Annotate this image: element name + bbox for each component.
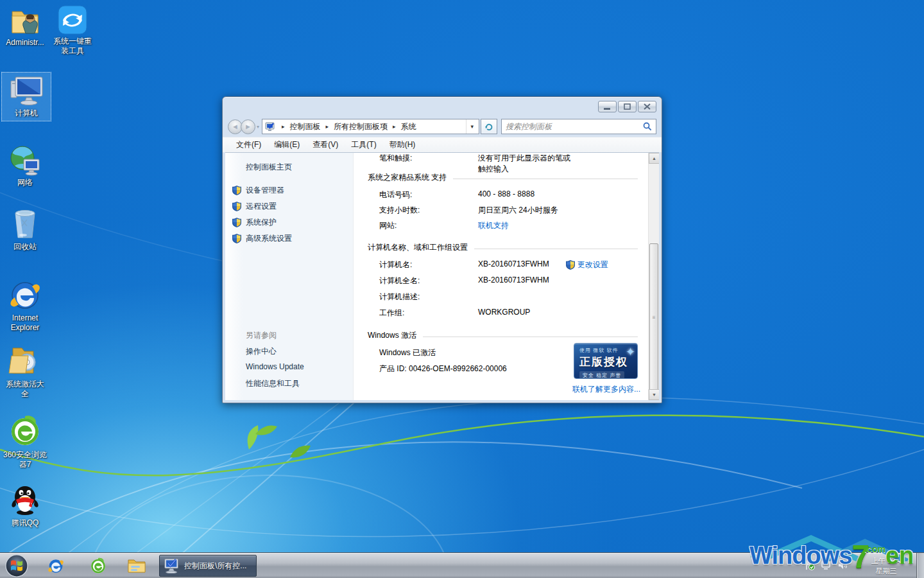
recent-pages-dropdown[interactable]: ▾ [257, 124, 259, 130]
minimize-icon [604, 104, 611, 110]
badge-line3: 安全 稳定 声誉 [579, 371, 624, 379]
sidebar-task-label: 远程设置 [246, 201, 277, 212]
clock-time: 上午 10:4 [859, 556, 914, 566]
search-placeholder: 搜索控制面板 [506, 121, 643, 132]
search-box[interactable]: 搜索控制面板 [501, 119, 656, 134]
sidebar-item-system-protection[interactable]: 系统保护 [232, 217, 277, 228]
start-button[interactable] [5, 554, 28, 577]
sidebar-item-control-panel-home[interactable]: 控制面板主页 [246, 162, 292, 173]
row-label: 电话号码: [379, 189, 478, 200]
maximize-button[interactable] [618, 101, 637, 112]
action-center-flag-icon[interactable] [805, 560, 815, 570]
scrollbar-thumb[interactable]: ≡ [649, 243, 658, 391]
row-label: 笔和触摸: [379, 153, 478, 175]
desktop-icon-administrator[interactable]: Administr... [0, 5, 50, 48]
desktop-icon-internet-explorer[interactable]: InternetExplorer [0, 278, 50, 333]
search-icon[interactable] [643, 122, 652, 131]
change-settings[interactable]: 更改设置 [566, 259, 608, 270]
show-desktop-button[interactable] [916, 553, 924, 578]
computer-icon [7, 76, 46, 107]
address-bar[interactable]: ▸ 控制面板 ▸ 所有控制面板项 ▸ 系统 ▾ [262, 119, 479, 134]
row-value: 周日至周六 24小时服务 [478, 205, 558, 216]
network-icon [8, 144, 42, 176]
system-page-icon [265, 122, 275, 132]
desktop-icon-reinstall-tool[interactable]: 系统一键重装工具 [47, 5, 98, 56]
sidebar-item-remote-settings[interactable]: 远程设置 [232, 201, 277, 212]
uac-shield-icon [232, 202, 241, 211]
menu-help[interactable]: 帮助(H) [384, 137, 422, 152]
menu-view[interactable]: 查看(V) [307, 137, 344, 152]
windows-start-orb-icon [5, 554, 28, 577]
change-settings-link[interactable]: 更改设置 [578, 259, 608, 270]
sidebar-item-performance-tools[interactable]: 性能信息和工具 [246, 378, 300, 389]
sidebar-task-label: 设备管理器 [246, 185, 284, 196]
close-icon [644, 103, 651, 110]
system-content: 笔和触摸: 没有可用于此显示器的笔或触控输入 系统之家精品系统 支持 电话号码:… [354, 153, 648, 400]
taskbar-360-browser-icon[interactable] [89, 556, 108, 575]
sidebar-item-action-center[interactable]: 操作中心 [246, 346, 277, 357]
network-tray-icon[interactable] [821, 561, 832, 570]
desktop-icon-network[interactable]: 网络 [0, 144, 50, 188]
full-computer-name-row: 计算机全名: XB-20160713FWHM [379, 276, 571, 286]
volume-tray-icon[interactable] [838, 561, 847, 570]
recycle-bin-icon [10, 207, 40, 240]
ie-icon [8, 278, 42, 311]
taskbar-ie-icon[interactable] [46, 556, 65, 575]
uac-shield-icon [232, 186, 241, 195]
desktop-icon-activation-pack[interactable]: 系统激活大全 [0, 344, 50, 399]
address-dropdown-button[interactable]: ▾ [466, 119, 477, 134]
sidebar-item-advanced-system-settings[interactable]: 高级系统设置 [232, 233, 292, 244]
maximize-icon [624, 103, 631, 110]
taskbar-explorer-icon[interactable] [127, 556, 146, 575]
icon-label: 系统一键重装工具 [47, 37, 98, 56]
desktop-icon-recycle-bin[interactable]: 回收站 [0, 207, 50, 252]
online-support-link[interactable]: 联机支持 [478, 220, 509, 231]
breadcrumb-arrow-icon: ▸ [282, 123, 285, 130]
desktop-icon-computer[interactable]: 计算机 [1, 72, 51, 121]
section-title: 系统之家精品系统 支持 [368, 172, 447, 183]
activation-section-header: Windows 激活 [368, 330, 638, 341]
row-label: 计算机描述: [379, 292, 478, 302]
taskbar: 控制面板\所有控... 上午 10:4 星期三 [0, 552, 924, 578]
scroll-down-button[interactable]: ▼ [649, 389, 659, 400]
desktop-icon-360-browser[interactable]: 360安全浏览器7 [0, 414, 50, 469]
scroll-up-button[interactable]: ▲ [649, 153, 659, 164]
clock-date: 星期三 [859, 566, 914, 576]
menu-file[interactable]: 文件(F) [230, 137, 267, 152]
minimize-button[interactable] [598, 101, 617, 112]
section-title: Windows 激活 [368, 330, 416, 341]
360-browser-icon [89, 557, 107, 575]
learn-more-online-link[interactable]: 联机了解更多内容... [572, 384, 640, 395]
user-folder-icon [9, 5, 41, 36]
breadcrumb-all-items[interactable]: 所有控制面板项 [332, 121, 389, 132]
breadcrumb-system[interactable]: 系统 [400, 121, 418, 132]
icon-label: 腾讯QQ [0, 518, 50, 528]
dropdown-icon: ▾ [470, 123, 474, 130]
sidebar-item-windows-update[interactable]: Windows Update [246, 362, 304, 371]
row-label: 网站: [379, 220, 478, 231]
breadcrumb: ▸ 控制面板 ▸ 所有控制面板项 ▸ 系统 [278, 121, 466, 132]
section-rule [474, 249, 638, 249]
window-titlebar[interactable] [223, 97, 662, 116]
row-label: 工作组: [379, 308, 478, 319]
menu-edit[interactable]: 编辑(E) [268, 137, 305, 152]
sidebar-item-device-manager[interactable]: 设备管理器 [232, 185, 284, 196]
scroll-down-icon: ▼ [652, 392, 656, 397]
computer-name-section-header: 计算机名称、域和工作组设置 [368, 242, 638, 253]
menu-tools[interactable]: 工具(T) [345, 137, 382, 152]
taskbar-clock[interactable]: 上午 10:4 星期三 [859, 556, 914, 576]
taskbar-active-window-button[interactable]: 控制面板\所有控... [159, 555, 257, 577]
uac-shield-icon [232, 234, 241, 243]
row-label: 计算机名: [379, 259, 478, 270]
close-button[interactable] [638, 101, 656, 112]
refresh-button[interactable] [481, 119, 497, 134]
vertical-scrollbar[interactable]: ▲ ≡ ▼ [648, 153, 659, 400]
desktop-icon-tencent-qq[interactable]: 腾讯QQ [0, 483, 50, 528]
activation-status-row: Windows 已激活 [379, 347, 571, 358]
reinstall-tool-icon [58, 5, 87, 35]
icon-label: InternetExplorer [0, 313, 50, 333]
360-browser-icon [8, 414, 42, 448]
system-window: ◄ ► ▾ ▸ 控制面板 ▸ 所有控制面板项 ▸ 系统 ▾ [222, 96, 662, 403]
breadcrumb-control-panel[interactable]: 控制面板 [289, 121, 322, 132]
forward-button[interactable]: ► [241, 119, 255, 134]
